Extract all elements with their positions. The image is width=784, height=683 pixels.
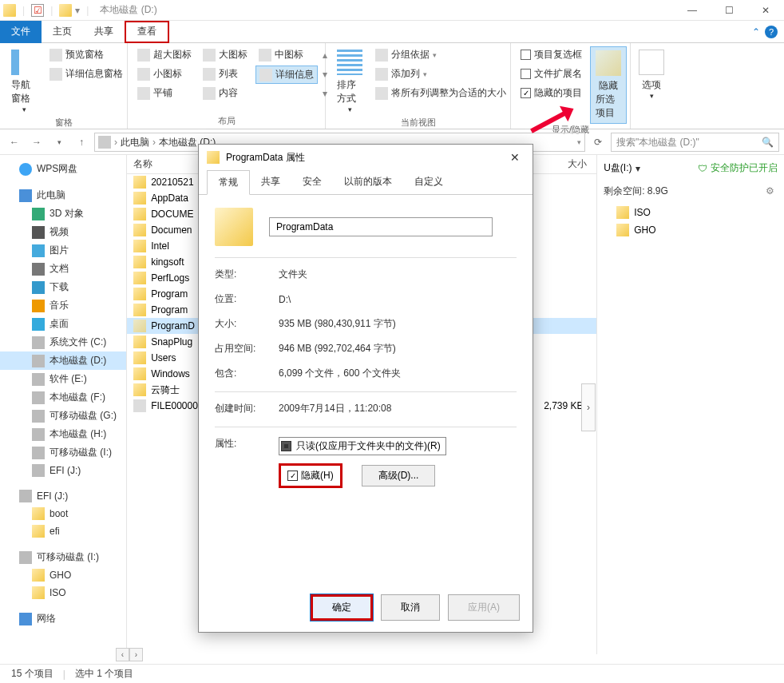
sidebar-dl[interactable]: 下载 [0,278,126,296]
usb-icon [19,551,32,564]
sidebar-wps[interactable]: WPS网盘 [0,160,126,178]
content-button[interactable]: 内容 [200,85,251,101]
sidebar-h[interactable]: 本地磁盘 (H:) [0,425,126,443]
tile-button[interactable]: 平铺 [134,85,195,101]
sidebar-iso[interactable]: ISO [0,584,126,602]
search-box[interactable]: 搜索"本地磁盘 (D:)" 🔍 [611,133,779,152]
forward-button[interactable]: → [27,133,46,152]
back-button[interactable]: ← [5,133,24,152]
sidebar-network[interactable]: 网络 [0,610,126,628]
recent-button[interactable]: ▾ [49,133,69,152]
tab-share[interactable]: 共享 [250,170,291,194]
nav-pane-button[interactable]: 导航窗格▾ [6,46,42,117]
rp-item-gho[interactable]: GHO [600,221,781,239]
tab-view[interactable]: 查看 [125,21,169,43]
free-space-label: 剩余空间: 8.9G [604,185,668,198]
sidebar-c[interactable]: 系统文件 (C:) [0,333,126,351]
ok-button[interactable]: 确定 [311,594,373,621]
details-view-button[interactable]: 详细信息 [255,66,318,84]
hidden-checkbox[interactable]: 隐藏(H) [279,463,343,488]
fit-col-button[interactable]: 将所有列调整为合适的大小 [372,85,509,101]
refresh-button[interactable]: ⟳ [588,133,608,152]
sidebar-f[interactable]: 本地磁盘 (F:) [0,388,126,407]
folder-icon [133,192,146,205]
xl-icons-button[interactable]: 超大图标 [134,46,195,63]
tab-previous[interactable]: 以前的版本 [333,170,403,194]
sidebar-g[interactable]: 可移动磁盘 (G:) [0,407,126,425]
help-icon[interactable]: ? [765,26,778,38]
menu-tabs: 文件 主页 共享 查看 ⌃ ? [0,21,784,43]
sidebar-j2[interactable]: EFI (J:) [0,487,126,505]
content-icon [203,87,216,100]
sidebar-gho[interactable]: GHO [0,566,126,584]
tab-security[interactable]: 安全 [291,170,333,194]
hide-selected-button[interactable]: 隐藏 所选项目 [590,46,627,124]
folder-name-input[interactable] [269,217,493,236]
rp-item-iso[interactable]: ISO [600,204,781,221]
sidebar-scrollbar[interactable]: ‹ › [116,648,143,661]
group-by-button[interactable]: 分组依据 ▾ [372,46,509,63]
window-title: 本地磁盘 (D:) [100,3,156,17]
sidebar-pic[interactable]: 图片 [0,241,126,260]
usb-selector[interactable]: U盘(I:)▾ [604,161,639,175]
apply-button[interactable]: 应用(A) [448,594,520,621]
tab-home[interactable]: 主页 [42,21,83,43]
folder-icon [616,224,629,236]
sidebar-music[interactable]: 音乐 [0,296,126,315]
doc-icon [32,263,45,276]
drive-icon [32,373,45,386]
search-icon[interactable]: 🔍 [762,137,774,148]
sidebar-i[interactable]: 可移动磁盘 (I:) [0,443,126,462]
close-button[interactable]: ✕ [747,0,784,21]
drive-icon [98,136,111,149]
folder-icon [133,351,146,364]
sidebar-i2[interactable]: 可移动磁盘 (I:) [0,548,126,566]
scroll-right-button[interactable]: › [129,648,143,661]
sidebar-doc[interactable]: 文档 [0,260,126,278]
collapse-ribbon-icon[interactable]: ⌃ [752,26,760,38]
tab-share[interactable]: 共享 [83,21,125,43]
gear-icon[interactable]: ⚙ [762,183,778,199]
dialog-close-button[interactable]: ✕ [505,151,525,164]
sidebar-e[interactable]: 软件 (E:) [0,370,126,388]
preview-pane-button[interactable]: 预览窗格 [46,46,126,63]
up-button[interactable]: ↑ [72,133,91,152]
file-ext-option[interactable]: 文件扩展名 [517,66,585,82]
sidebar-d[interactable]: 本地磁盘 (D:) [0,351,126,370]
add-col-button[interactable]: 添加列 ▾ [372,66,509,82]
minimize-button[interactable]: — [674,0,711,21]
sidebar-efi[interactable]: efi [0,522,126,540]
created-value: 2009年7月14日，11:20:08 [279,402,391,415]
s-icons-button[interactable]: 小图标 [134,66,195,82]
scroll-left-button[interactable]: ‹ [116,648,129,661]
crumb-pc[interactable]: 此电脑 [121,136,149,149]
dialog-titlebar[interactable]: ProgramData 属性 ✕ [199,145,533,170]
scroll-right-button[interactable]: › [581,383,596,431]
tab-custom[interactable]: 自定义 [403,170,454,194]
item-checkbox-option[interactable]: 项目复选框 [517,46,585,63]
options-button[interactable]: 选项▾ [637,46,666,103]
readonly-checkbox[interactable]: 只读(仅应用于文件夹中的文件)(R) [279,437,446,455]
sidebar-video[interactable]: 视频 [0,223,126,241]
maximize-button[interactable]: ☐ [711,0,747,21]
details-pane-button[interactable]: 详细信息窗格 [46,66,126,82]
cloud-icon [19,163,32,176]
cancel-button[interactable]: 取消 [381,594,440,621]
sidebar-j[interactable]: EFI (J:) [0,462,126,479]
tab-file[interactable]: 文件 [0,21,42,43]
sort-button[interactable]: 排序方式▾ [332,46,367,117]
sidebar-3d[interactable]: 3D 对象 [0,205,126,223]
sidebar-boot[interactable]: boot [0,505,126,522]
advanced-button[interactable]: 高级(D)... [362,465,436,486]
hidden-items-option[interactable]: 隐藏的项目 [517,85,585,101]
qat-checkbox[interactable]: ☑ [31,4,44,17]
sidebar-pc[interactable]: 此电脑 [0,186,126,205]
group-title: 当前视图 [332,117,504,129]
sidebar-desk[interactable]: 桌面 [0,315,126,333]
col-size[interactable]: 大小 [533,157,596,171]
security-status[interactable]: 🛡安全防护已开启 [698,161,778,175]
m-icons-button[interactable]: 中图标 [255,46,318,63]
list-button[interactable]: 列表 [200,66,251,82]
l-icons-button[interactable]: 大图标 [200,46,251,63]
tab-general[interactable]: 常规 [207,170,250,195]
